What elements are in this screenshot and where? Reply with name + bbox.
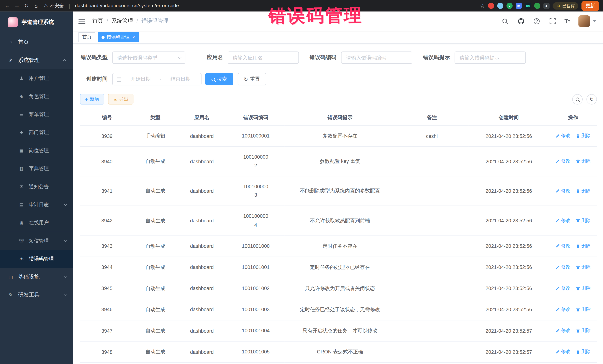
search-button[interactable]: 搜索 bbox=[205, 73, 233, 85]
home-icon[interactable]: ⌂ bbox=[33, 0, 39, 11]
end-date-placeholder[interactable]: 结束日期 bbox=[164, 76, 197, 82]
error-type-select[interactable] bbox=[112, 52, 185, 64]
edit-link[interactable]: 修改 bbox=[555, 243, 570, 249]
table-row: 3945 自动生成 dashboard 1001001002 只允许修改为开启或… bbox=[80, 278, 597, 299]
cell-type: 自动生成 bbox=[134, 206, 177, 236]
delete-link[interactable]: 删除 bbox=[576, 285, 591, 292]
edit-link[interactable]: 修改 bbox=[555, 328, 570, 334]
security-indicator[interactable]: ⚠ 不安全 bbox=[44, 2, 64, 9]
search-icon bbox=[576, 97, 579, 101]
edit-link[interactable]: 修改 bbox=[555, 349, 570, 355]
delete-link[interactable]: 删除 bbox=[576, 349, 591, 355]
sidebar-item-在线用户[interactable]: ◉ 在线用户 bbox=[0, 213, 73, 232]
paused-label: 已暂停 bbox=[562, 3, 575, 9]
start-date-placeholder[interactable]: 开始日期 bbox=[124, 76, 157, 82]
sidebar-item-部门管理[interactable]: ♣ 部门管理 bbox=[0, 123, 73, 141]
sidebar-item-通知公告[interactable]: ✉ 通知公告 bbox=[0, 177, 73, 196]
fullscreen-icon[interactable] bbox=[549, 17, 556, 25]
search-icon[interactable] bbox=[501, 17, 509, 25]
star-icon[interactable]: ☆ bbox=[480, 3, 485, 9]
sidebar-item-系统管理[interactable]: ✳ 系统管理 bbox=[0, 51, 73, 69]
edit-link[interactable]: 修改 bbox=[555, 158, 570, 165]
dept-icon: ♣ bbox=[18, 130, 24, 135]
delete-link[interactable]: 删除 bbox=[576, 133, 591, 139]
edit-link[interactable]: 修改 bbox=[555, 306, 570, 313]
delete-link[interactable]: 删除 bbox=[576, 306, 591, 313]
extension-drop-icon[interactable] bbox=[497, 3, 503, 9]
edit-link[interactable]: 修改 bbox=[555, 285, 570, 292]
breadcrumb-separator: / bbox=[137, 18, 138, 24]
sidebar-item-首页[interactable]: ◔ 首页 bbox=[0, 33, 73, 51]
close-icon[interactable]: × bbox=[132, 35, 135, 39]
edit-link[interactable]: 修改 bbox=[555, 264, 570, 270]
table-row: 3947 自动生成 dashboard 1001001004 只有开启状态的任务… bbox=[80, 320, 597, 342]
edit-link[interactable]: 修改 bbox=[555, 217, 570, 224]
sidebar-item-审计日志[interactable]: ▤ 审计日志 bbox=[0, 196, 73, 213]
sidebar-item-短信管理[interactable]: ☏ 短信管理 bbox=[0, 232, 73, 250]
error-type-select-input[interactable] bbox=[113, 52, 185, 63]
edit-link[interactable]: 修改 bbox=[555, 133, 570, 139]
toggle-search-button[interactable] bbox=[572, 94, 583, 104]
back-icon[interactable]: ← bbox=[4, 0, 11, 11]
date-range-picker[interactable]: 开始日期 - 结束日期 bbox=[112, 73, 201, 85]
refresh-icon[interactable]: ↻ bbox=[587, 94, 597, 104]
extension-green-v-icon[interactable]: V bbox=[506, 3, 512, 9]
breadcrumb-item[interactable]: 首页 bbox=[92, 18, 103, 24]
column-header: 应用名 bbox=[177, 110, 227, 125]
sidebar-item-研发工具[interactable]: ✎ 研发工具 bbox=[0, 286, 73, 304]
address-bar[interactable]: dashboard.yudao.iocoder.cn/system/error-… bbox=[75, 3, 179, 9]
hamburger-icon[interactable] bbox=[79, 19, 85, 24]
delete-link[interactable]: 删除 bbox=[576, 264, 591, 270]
extension-on-icon[interactable]: on bbox=[525, 3, 531, 9]
user-menu[interactable] bbox=[578, 15, 596, 27]
tab-tag-错误码管理[interactable]: 错误码管理 × bbox=[98, 32, 139, 42]
github-icon[interactable] bbox=[517, 17, 525, 25]
extension-leaf-icon[interactable] bbox=[534, 3, 540, 9]
delete-link[interactable]: 删除 bbox=[576, 328, 591, 334]
delete-link[interactable]: 删除 bbox=[576, 217, 591, 224]
table-row: 3942 自动生成 dashboard 100100000 4 不允许获取敏感配… bbox=[80, 206, 597, 236]
tab-tag-首页[interactable]: 首页 × bbox=[79, 32, 95, 42]
font-size-icon[interactable]: TT bbox=[564, 18, 570, 24]
edit-icon bbox=[555, 189, 560, 193]
sidebar-item-角色管理[interactable]: ♞ 角色管理 bbox=[0, 87, 73, 105]
sidebar-item-用户管理[interactable]: ♟ 用户管理 bbox=[0, 69, 73, 87]
extension-red-icon[interactable] bbox=[488, 3, 494, 9]
update-button[interactable]: 更新 bbox=[581, 1, 599, 11]
app-logo[interactable]: 芋道管理系统 bbox=[0, 11, 73, 33]
delete-link[interactable]: 删除 bbox=[576, 188, 591, 194]
delete-link[interactable]: 删除 bbox=[576, 243, 591, 249]
sidebar-item-岗位管理[interactable]: ▣ 岗位管理 bbox=[0, 141, 73, 159]
error-code-input[interactable] bbox=[342, 52, 412, 63]
add-button[interactable]: + 新增 bbox=[80, 94, 104, 105]
export-button[interactable]: 导出 bbox=[108, 94, 133, 105]
edit-link[interactable]: 修改 bbox=[555, 188, 570, 194]
cell-id: 3942 bbox=[80, 206, 134, 236]
paused-badge[interactable]: ☺ 已暂停 bbox=[553, 2, 578, 9]
cell-type: 自动生成 bbox=[134, 236, 177, 257]
sms-icon: ☏ bbox=[18, 238, 24, 243]
role-icon: ♞ bbox=[18, 94, 24, 99]
app-name-input[interactable] bbox=[228, 52, 298, 63]
column-header: 操作 bbox=[549, 110, 597, 125]
extension-pin-icon[interactable]: ◆ bbox=[543, 3, 549, 9]
forward-icon[interactable]: → bbox=[13, 0, 20, 11]
sidebar-item-字典管理[interactable]: ▥ 字典管理 bbox=[0, 159, 73, 177]
breadcrumb-item[interactable]: 系统管理 bbox=[112, 18, 133, 24]
column-header: 创建时间 bbox=[468, 110, 549, 125]
sidebar-item-错误码管理[interactable]: ‹/› 错误码管理 bbox=[0, 250, 73, 268]
delete-link[interactable]: 删除 bbox=[576, 158, 591, 165]
help-icon[interactable] bbox=[533, 17, 541, 25]
delete-icon bbox=[576, 350, 580, 354]
extension-grid-icon[interactable]: ▦ bbox=[516, 3, 522, 9]
date-separator: - bbox=[160, 76, 162, 82]
cell-id: 3941 bbox=[80, 176, 134, 206]
reset-button[interactable]: ↻ 重置 bbox=[238, 73, 266, 85]
error-msg-input[interactable] bbox=[455, 52, 525, 63]
cell-time: 2021-04-20 23:52:56 bbox=[468, 176, 549, 206]
cell-code: 1001001001 bbox=[227, 257, 285, 278]
sidebar-item-基础设施[interactable]: ▢ 基础设施 bbox=[0, 268, 73, 286]
cell-id: 3946 bbox=[80, 299, 134, 320]
sidebar-item-菜单管理[interactable]: ☰ 菜单管理 bbox=[0, 105, 73, 123]
reload-icon[interactable]: ↻ bbox=[23, 0, 30, 11]
